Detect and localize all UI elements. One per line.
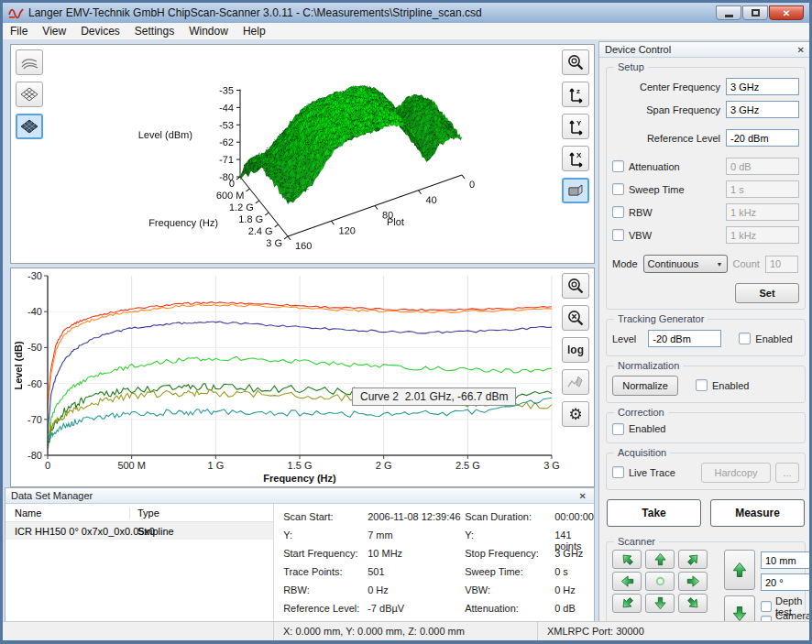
attenuation-checkbox[interactable] (612, 160, 624, 172)
menu-settings[interactable]: Settings (127, 23, 181, 39)
log-scale-button[interactable]: log (562, 337, 589, 363)
scan-info-value: 3 GHz (554, 548, 594, 566)
axis-x-button[interactable]: X (562, 146, 589, 171)
measure-button[interactable]: Measure (710, 499, 805, 527)
svg-text:Frequency (Hz): Frequency (Hz) (263, 473, 336, 484)
move-down-left-button[interactable] (612, 594, 642, 613)
menu-devices[interactable]: Devices (73, 23, 127, 39)
center-frequency-field[interactable] (726, 78, 799, 95)
device-control-close-icon[interactable]: ✕ (796, 45, 807, 55)
hardcopy-more-button[interactable]: ... (775, 463, 799, 483)
chart-2d[interactable]: -30-40-50-60-70-800500 M1 G1.5 G2 G2.5 G… (11, 268, 594, 486)
sweep-time-checkbox[interactable] (612, 183, 624, 195)
view-3d-button[interactable] (562, 178, 589, 203)
normalization-enabled-checkbox[interactable] (696, 379, 708, 391)
svg-text:-40: -40 (27, 306, 42, 317)
normalize-button[interactable]: Normalize (612, 376, 678, 396)
rbw-checkbox[interactable] (612, 206, 624, 218)
plot3d-panel: z Y X (10, 44, 595, 264)
device-control-title: Device Control (605, 44, 796, 55)
mode-value: Continuous (648, 258, 713, 269)
scan-info-value: 0 s (554, 566, 594, 584)
scan-info-grid: Scan Start:2006-11-08 12:39:46Scan Durat… (274, 504, 594, 622)
minimize-button[interactable] (716, 5, 741, 20)
count-field[interactable] (765, 256, 798, 273)
dataset-close-icon[interactable]: ✕ (577, 491, 588, 501)
arrow-up-icon (653, 552, 667, 566)
dataset-manager-titlebar: Data Set Manager ✕ (5, 488, 594, 504)
move-down-right-button[interactable] (678, 594, 708, 613)
scan-info-value: 10 MHz (368, 548, 461, 566)
axis-z-button[interactable]: z (562, 82, 589, 107)
window-title: Langer EMV-Technik GmbH ChipScan-Scanner… (28, 6, 716, 19)
count-label: Count (733, 258, 760, 269)
maximize-button[interactable] (742, 5, 768, 20)
reference-level-label: Reference Level (612, 133, 726, 144)
menu-help[interactable]: Help (236, 23, 273, 39)
axis-x-icon: X (566, 149, 585, 168)
titlebar[interactable]: Langer EMV-Technik GmbH ChipScan-Scanner… (3, 3, 809, 23)
hardcopy-button[interactable]: Hardcopy (701, 463, 771, 483)
table-row[interactable]: ICR HH150 0° 0x7x0_0x0.05x0 Stripline (5, 522, 273, 540)
dataset-manager-panel: Data Set Manager ✕ Name Type ICR HH150 0… (5, 487, 595, 623)
waterfall-view-button[interactable] (16, 49, 43, 75)
zoom-reset-button[interactable] (562, 305, 589, 331)
live-trace-label: Live Trace (629, 467, 675, 478)
dataset-table-header: Name Type (5, 504, 273, 522)
acquisition-legend: Acquisition (614, 447, 670, 458)
close-button[interactable]: ✕ (769, 5, 804, 20)
zoom-3d-button[interactable] (562, 49, 589, 75)
wireframe-view-button[interactable] (16, 82, 43, 107)
attenuation-field[interactable] (726, 158, 799, 175)
move-down-button[interactable] (645, 594, 675, 613)
axis-y-button[interactable]: Y (562, 114, 589, 139)
marker-button[interactable] (562, 369, 589, 395)
vbw-checkbox[interactable] (612, 229, 624, 241)
svg-text:0: 0 (45, 460, 50, 471)
tg-level-field[interactable] (648, 330, 721, 347)
menu-view[interactable]: View (35, 23, 73, 39)
plot-settings-button[interactable]: ⚙ (562, 401, 589, 427)
menu-file[interactable]: File (3, 23, 35, 39)
mode-dropdown[interactable]: Continuous ▼ (643, 255, 728, 273)
vbw-field[interactable] (726, 226, 799, 244)
normalization-legend: Normalization (614, 360, 683, 371)
span-frequency-field[interactable] (726, 101, 799, 118)
scan-info-label: VBW: (465, 584, 551, 603)
reference-level-field[interactable] (726, 129, 799, 147)
client-area: z Y X (3, 41, 809, 621)
move-home-button[interactable] (645, 572, 675, 591)
column-header-type[interactable]: Type (130, 508, 159, 518)
sweep-time-field[interactable] (726, 180, 799, 198)
move-up-right-button[interactable] (678, 550, 708, 569)
move-up-button[interactable] (645, 550, 675, 569)
tg-level-label: Level (612, 333, 636, 344)
tg-enabled-checkbox[interactable] (739, 333, 751, 344)
menu-window[interactable]: Window (181, 23, 236, 39)
magnifier-icon (566, 53, 585, 71)
tracking-generator-legend: Tracking Generator (614, 313, 708, 324)
dataset-manager-title: Data Set Manager (11, 490, 577, 501)
rbw-field[interactable] (726, 203, 799, 221)
svg-text:-80: -80 (27, 450, 42, 461)
chart-3d[interactable] (11, 45, 596, 265)
svg-text:1.5 G: 1.5 G (288, 460, 313, 471)
column-header-name[interactable]: Name (5, 508, 130, 518)
angle-step-field[interactable] (761, 573, 812, 591)
step-size-field[interactable] (761, 551, 812, 569)
live-trace-checkbox[interactable] (612, 466, 624, 478)
move-left-button[interactable] (612, 572, 642, 591)
center-frequency-label: Center Frequency (612, 82, 726, 93)
move-right-button[interactable] (678, 572, 708, 591)
z-up-button[interactable] (724, 550, 755, 590)
surface-view-button[interactable] (16, 114, 43, 139)
take-button[interactable]: Take (607, 499, 701, 527)
move-up-left-button[interactable] (612, 550, 642, 569)
arrow-down-left-icon (617, 594, 636, 613)
zoom-in-button[interactable] (562, 273, 589, 299)
arrow-right-icon (686, 574, 700, 588)
maximize-icon (752, 9, 760, 16)
correction-enabled-checkbox[interactable] (612, 423, 624, 435)
set-button[interactable]: Set (735, 283, 799, 303)
svg-text:500 M: 500 M (117, 460, 146, 471)
